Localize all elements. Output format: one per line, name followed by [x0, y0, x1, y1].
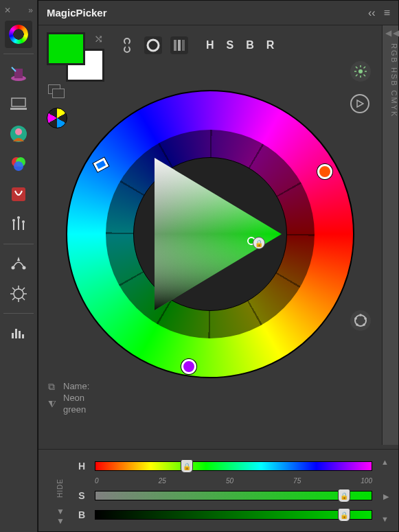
svg-rect-2	[12, 98, 25, 106]
swap-colors-icon[interactable]: ⤭	[94, 32, 103, 45]
h-up-icon[interactable]: ▲	[381, 458, 389, 466]
color-wheel[interactable]: 🔒	[66, 90, 354, 378]
pen-icon	[10, 255, 27, 272]
tool-portrait[interactable]	[5, 120, 32, 148]
main-column: ⤭	[38, 25, 382, 445]
color-name-block: ⧉ ⧨ Name: Neon green	[48, 381, 374, 416]
svg-point-5	[15, 128, 22, 135]
sat-slider[interactable]: 🔒	[95, 491, 372, 500]
rgb-circles-icon	[10, 155, 27, 173]
s-right-icon[interactable]: ▶	[383, 492, 389, 501]
color-ring-icon	[9, 25, 28, 44]
bri-thumb[interactable]: 🔒	[338, 508, 350, 522]
harmony-marker-1[interactable]	[317, 164, 332, 179]
top-controls: ⤭	[47, 32, 374, 82]
lock-icon: 🔒	[253, 237, 265, 249]
fg-swatch[interactable]	[47, 32, 85, 65]
tool-histogram[interactable]	[5, 319, 32, 347]
brightness-button[interactable]	[350, 61, 371, 82]
tool-magic[interactable]	[5, 60, 32, 87]
sun-icon	[354, 65, 367, 78]
scale-100: 100	[361, 477, 372, 485]
hide-label[interactable]: HIDE	[56, 478, 64, 498]
svg-rect-24	[174, 40, 176, 51]
svg-point-10	[12, 219, 15, 222]
harmony-button[interactable]	[350, 310, 371, 331]
mode-s[interactable]: S	[227, 39, 234, 51]
tool-strip-top: ✕ »	[0, 4, 37, 18]
sidebar-collapse-icon[interactable]: ◀◀	[385, 28, 399, 38]
scale-50: 50	[226, 477, 233, 485]
mode-h[interactable]: H	[206, 39, 214, 51]
panel-title: MagicPicker	[47, 7, 368, 19]
svg-rect-18	[19, 331, 21, 338]
scale-0: 0	[95, 477, 99, 485]
tool-pen[interactable]	[5, 250, 32, 277]
play-icon	[356, 100, 364, 108]
titlebar: MagicPicker ‹‹ ≡	[38, 1, 398, 25]
copy-icon[interactable]: ⧉	[48, 381, 56, 393]
tool-channels[interactable]	[5, 150, 32, 178]
stripes-mode-icon[interactable]	[170, 36, 188, 54]
b-down-icon[interactable]: ▼	[381, 515, 389, 523]
divider	[3, 244, 33, 244]
tool-brushes[interactable]	[5, 211, 32, 238]
svg-rect-17	[15, 329, 17, 338]
slider-scale: 0 25 50 75 100	[95, 477, 372, 485]
sat-thumb[interactable]: 🔒	[338, 489, 350, 502]
svg-point-12	[22, 220, 25, 223]
svg-point-30	[364, 317, 367, 320]
svg-point-11	[17, 216, 20, 219]
harmony-marker-2[interactable]	[181, 359, 196, 374]
svg-rect-26	[182, 40, 185, 51]
bri-slider[interactable]: 🔒	[95, 510, 372, 520]
lock-indicator[interactable]: 🔒	[247, 233, 265, 249]
hue-slider-row: H 🔒	[77, 456, 372, 476]
color-name-line1: Neon	[63, 393, 89, 404]
model-sidebar[interactable]: ◀◀ RGB HSB CMYK	[382, 25, 398, 445]
color-mode-letters: H S B R	[206, 39, 274, 51]
link-icon[interactable]	[118, 36, 136, 54]
hue-slider[interactable]: 🔒	[95, 461, 372, 471]
svg-point-31	[363, 323, 365, 326]
mode-r[interactable]: R	[266, 39, 275, 51]
tool-device[interactable]	[5, 90, 32, 117]
svg-point-27	[358, 69, 363, 73]
expand-icon[interactable]: »	[28, 5, 33, 15]
ring-mode-icon[interactable]	[144, 36, 162, 54]
panel-body: ⤭	[38, 25, 398, 445]
harmony-preset-icon[interactable]	[47, 108, 67, 128]
svg-point-29	[359, 314, 362, 316]
mode-b[interactable]: B	[246, 39, 254, 51]
svg-point-15	[14, 289, 23, 299]
script-icon	[10, 185, 27, 203]
bri-label: B	[77, 509, 87, 520]
hsb-sliders: HIDE ▼▼ ▲ H 🔒 0 25 50 75 100 ▶ S 🔒	[38, 449, 398, 531]
svg-rect-1	[14, 69, 23, 78]
color-swatches[interactable]: ⤭	[47, 32, 104, 82]
sat-slider-row: S 🔒	[77, 486, 372, 505]
tool-strip: ✕ »	[0, 0, 38, 532]
svg-point-32	[356, 323, 358, 326]
hue-thumb[interactable]: 🔒	[181, 459, 193, 473]
svg-rect-3	[10, 108, 27, 110]
magicpicker-panel: MagicPicker ‹‹ ≡ ⤭	[38, 0, 399, 532]
default-colors-icon[interactable]	[48, 84, 60, 94]
collapse-down-icon[interactable]: ⧨	[48, 398, 56, 410]
svg-point-23	[148, 40, 159, 51]
close-icon[interactable]: ✕	[4, 5, 11, 15]
divider	[3, 313, 33, 314]
sidebar-label: RGB HSB CMYK	[390, 43, 398, 117]
svg-point-33	[354, 317, 357, 320]
hide-arrows-icon[interactable]: ▼▼	[56, 507, 65, 526]
svg-rect-25	[178, 40, 181, 51]
collapse-icon[interactable]: ‹‹	[368, 7, 376, 19]
tool-magicpicker[interactable]	[5, 21, 32, 48]
menu-icon[interactable]: ≡	[384, 7, 390, 19]
toolbar-icons: H S B R	[118, 36, 274, 54]
svg-rect-22	[126, 43, 128, 48]
tool-helm[interactable]	[5, 280, 32, 308]
sat-label: S	[77, 490, 87, 501]
helm-icon	[10, 285, 27, 303]
tool-script[interactable]	[5, 181, 32, 208]
